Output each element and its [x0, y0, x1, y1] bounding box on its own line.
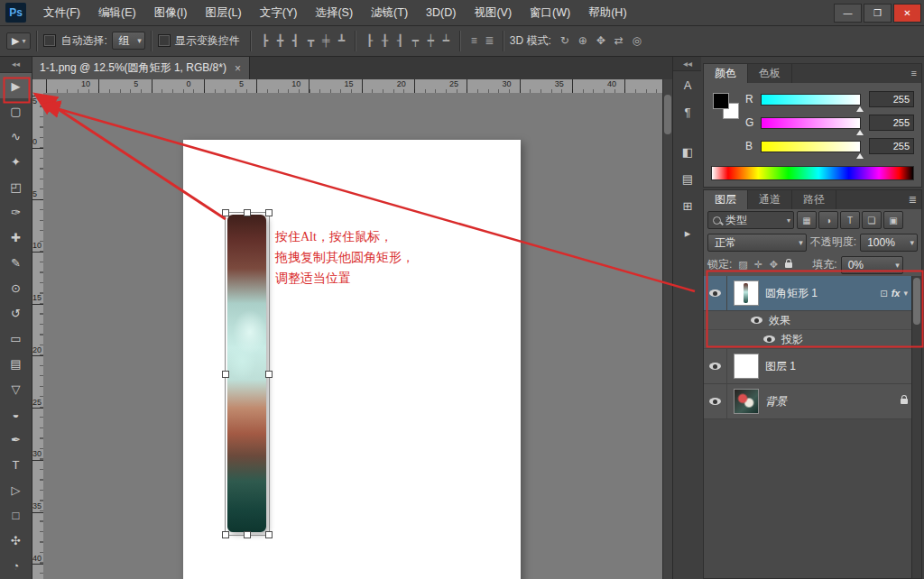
color-slider[interactable]: R255 — [745, 87, 914, 111]
canvas-scrollbar[interactable] — [662, 79, 672, 579]
lock-option-icon[interactable]: ✥ — [766, 258, 781, 272]
canvas-pasteboard[interactable]: 按住Alt，按住鼠标，拖拽复制其他圆角矩形，调整适当位置 — [43, 93, 663, 579]
lock-option-icon[interactable]: ▨ — [735, 258, 750, 272]
show-transform-checkbox[interactable] — [158, 34, 171, 47]
color-slider[interactable]: G255 — [745, 111, 914, 134]
actions-panel-icon[interactable]: ▸ — [673, 219, 702, 246]
color-spectrum-ramp[interactable] — [711, 166, 914, 180]
layer-effect-row[interactable]: 投影 — [704, 330, 912, 349]
layer-row[interactable]: 背景 — [704, 384, 912, 419]
layer-effect-row[interactable]: 效果 — [704, 311, 912, 330]
3d-mode-icon[interactable]: ✥ — [592, 32, 610, 50]
type-tool[interactable]: T — [0, 452, 32, 477]
lasso-tool[interactable]: ∿ — [0, 124, 32, 149]
distribute-icon[interactable]: ≣ — [482, 33, 497, 49]
styles-panel-icon[interactable]: ▤ — [673, 165, 702, 192]
adjustments-panel-icon[interactable]: ◧ — [673, 138, 702, 165]
transform-handle[interactable] — [244, 209, 251, 216]
menu-item[interactable]: 选择(S) — [306, 0, 362, 25]
visibility-cell[interactable] — [704, 276, 727, 310]
zoom-tool[interactable]: ◔ — [0, 553, 32, 578]
align-icon[interactable]: ┻ — [334, 33, 349, 49]
minimize-button[interactable]: — — [834, 4, 862, 23]
visibility-cell[interactable] — [704, 349, 727, 383]
auto-select-checkbox[interactable] — [43, 34, 56, 47]
eraser-tool[interactable]: ▭ — [0, 326, 32, 351]
align-icon[interactable]: ┷ — [439, 33, 454, 49]
transform-handle[interactable] — [244, 531, 251, 538]
layers-scrollbar[interactable] — [911, 276, 921, 578]
layer-row[interactable]: 图层 1 — [704, 349, 912, 384]
layers-panel-tab[interactable]: 路径 — [792, 190, 836, 209]
layer-filter-icon[interactable]: T — [840, 211, 860, 229]
color-slider[interactable]: B255 — [745, 134, 914, 158]
3d-mode-icon[interactable]: ⇄ — [610, 32, 628, 50]
ruler-origin-corner[interactable] — [32, 79, 44, 94]
gradient-tool[interactable]: ▤ — [0, 351, 32, 376]
crop-tool[interactable]: ◰ — [0, 174, 32, 199]
layer-row[interactable]: 圆角矩形 1⊡fx▾ — [704, 276, 912, 311]
close-button[interactable]: ✕ — [893, 4, 921, 23]
slider-track[interactable] — [761, 117, 861, 129]
clone-stamp-tool[interactable]: ⊙ — [0, 275, 32, 300]
collapse-toolbar-icon[interactable]: ◂◂ — [0, 56, 32, 73]
transform-handle[interactable] — [222, 531, 229, 538]
history-brush-tool[interactable]: ↺ — [0, 300, 32, 326]
paragraph-panel-icon[interactable]: ¶ — [673, 98, 702, 125]
menu-item[interactable]: 3D(D) — [417, 0, 465, 25]
foreground-background-swatches[interactable] — [713, 93, 740, 120]
quick-selection-tool[interactable]: ✦ — [0, 149, 32, 174]
layers-panel-tab[interactable]: 图层 — [704, 190, 748, 209]
eyedropper-tool[interactable]: ✑ — [0, 199, 32, 225]
layer-filter-type-dropdown[interactable]: 类型 — [707, 211, 794, 229]
menu-item[interactable]: 文字(Y) — [251, 0, 307, 25]
menu-item[interactable]: 滤镜(T) — [362, 0, 417, 25]
menu-item[interactable]: 编辑(E) — [89, 0, 145, 25]
slider-marker[interactable] — [856, 103, 864, 112]
rectangular-marquee-tool[interactable]: ▢ — [0, 98, 32, 124]
align-icon[interactable]: ╂ — [377, 33, 393, 49]
auto-select-target-dropdown[interactable]: 组 — [112, 32, 145, 50]
slider-value[interactable]: 255 — [869, 91, 914, 107]
slider-marker[interactable] — [856, 126, 864, 135]
slider-value[interactable]: 255 — [869, 115, 914, 131]
visibility-eye-icon[interactable] — [709, 363, 721, 370]
blur-tool[interactable]: ▽ — [0, 376, 32, 401]
visibility-eye-icon[interactable] — [751, 317, 762, 324]
color-panel-tab[interactable]: 颜色 — [704, 64, 748, 83]
visibility-eye-icon[interactable] — [709, 398, 721, 405]
align-icon[interactable]: ┿ — [423, 33, 439, 49]
menu-item[interactable]: 文件(F) — [34, 0, 89, 25]
opacity-dropdown[interactable]: 100% — [860, 234, 918, 252]
transform-handle[interactable] — [222, 209, 229, 216]
layer-filter-icon[interactable]: ◑ — [818, 211, 838, 229]
3d-mode-icon[interactable]: ◎ — [628, 32, 646, 50]
menu-item[interactable]: 图像(I) — [145, 0, 197, 25]
rectangle-tool[interactable]: □ — [0, 502, 32, 528]
canvas-scrollbar-thumb[interactable] — [664, 95, 671, 134]
visibility-eye-icon[interactable] — [709, 290, 721, 297]
menu-item[interactable]: 窗口(W) — [521, 0, 579, 25]
slider-track[interactable] — [761, 141, 861, 152]
layers-panel-tab[interactable]: 通道 — [748, 190, 792, 209]
align-icon[interactable]: ╪ — [319, 33, 334, 49]
slider-track[interactable] — [761, 94, 861, 106]
transform-handle[interactable] — [265, 209, 273, 216]
pen-tool[interactable]: ✒ — [0, 427, 32, 452]
layer-filter-icon[interactable]: ▣ — [883, 211, 903, 229]
panel-menu-icon[interactable]: ≣ — [909, 190, 917, 209]
collapse-effects-icon[interactable]: ▾ — [903, 289, 908, 298]
dodge-tool[interactable]: ◒ — [0, 401, 32, 427]
fill-dropdown[interactable]: 0% — [841, 256, 903, 274]
3d-mode-icon[interactable]: ↻ — [556, 32, 574, 50]
layer-filter-icon[interactable]: ❏ — [862, 211, 882, 229]
brush-tool[interactable]: ✎ — [0, 250, 32, 275]
transform-handle[interactable] — [222, 371, 229, 378]
lock-option-icon[interactable]: ✛ — [751, 258, 765, 272]
layers-scrollbar-thumb[interactable] — [913, 278, 920, 325]
slider-marker[interactable] — [856, 150, 864, 159]
menu-item[interactable]: 图层(L) — [196, 0, 250, 25]
menu-item[interactable]: 视图(V) — [465, 0, 521, 25]
align-icon[interactable]: ┫ — [288, 33, 303, 49]
distribute-icon[interactable]: ≡ — [467, 33, 482, 49]
